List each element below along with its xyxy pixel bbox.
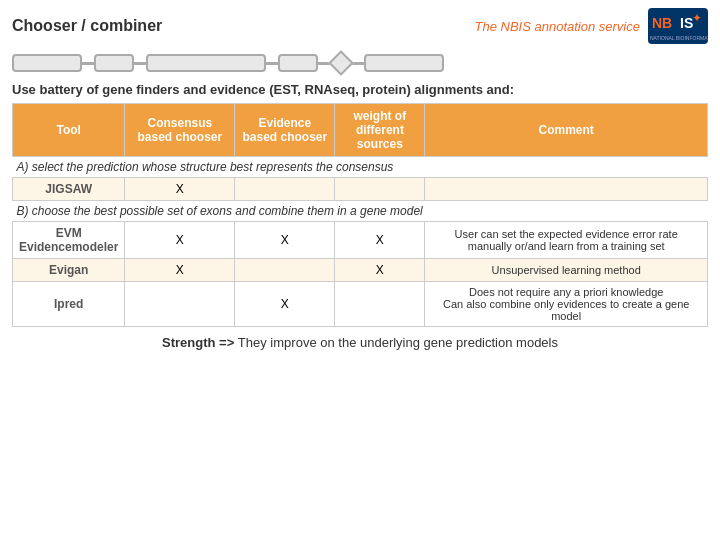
cell-evidence (235, 178, 335, 201)
table-row: JIGSAW X (13, 178, 708, 201)
section-b-row: B) choose the best possible set of exons… (13, 201, 708, 222)
pipeline-connector-3 (266, 62, 278, 65)
main-table: Tool Consensus based chooser Evidence ba… (12, 103, 708, 327)
pipeline-diamond-shape (328, 50, 353, 75)
pipeline-connector-2 (134, 62, 146, 65)
svg-text:✦: ✦ (692, 11, 702, 25)
page-title: Chooser / combiner (12, 17, 162, 34)
cell-comment: Does not require any a priori knowledge … (425, 282, 708, 327)
header-left: Chooser / combiner (12, 17, 162, 35)
cell-consensus: X (125, 259, 235, 282)
pipeline-connector-5 (352, 62, 364, 65)
pipeline-box-3 (146, 54, 266, 72)
nbis-logo: NB IS ✦ NATIONAL BIOINFORMATICS (648, 8, 708, 44)
cell-comment: User can set the expected evidence error… (425, 222, 708, 259)
footer-strong: Strength => (162, 335, 238, 350)
cell-tool: JIGSAW (13, 178, 125, 201)
cell-comment: Unsupervised learning method (425, 259, 708, 282)
svg-text:NB: NB (652, 15, 672, 31)
table-header-row: Tool Consensus based chooser Evidence ba… (13, 104, 708, 157)
cell-weight: X (335, 259, 425, 282)
cell-weight (335, 282, 425, 327)
table-row: Evigan X X Unsupervised learning method (13, 259, 708, 282)
cell-evidence: X (235, 282, 335, 327)
pipeline-box-5 (364, 54, 444, 72)
pipeline-diagram (12, 52, 708, 74)
pipeline-box-1 (12, 54, 82, 72)
table-row: EVMEvidencemodeler X X X User can set th… (13, 222, 708, 259)
cell-tool: EVMEvidencemodeler (13, 222, 125, 259)
section-a-label: A) select the prediction whose structure… (13, 157, 708, 178)
cell-weight: X (335, 222, 425, 259)
header-right: The NBIS annotation service NB IS ✦ NATI… (475, 8, 708, 44)
col-tool: Tool (13, 104, 125, 157)
pipeline-diamond (330, 52, 352, 74)
section-a-row: A) select the prediction whose structure… (13, 157, 708, 178)
cell-tool: Ipred (13, 282, 125, 327)
cell-consensus (125, 282, 235, 327)
svg-text:NATIONAL BIOINFORMATICS: NATIONAL BIOINFORMATICS (650, 35, 708, 41)
cell-evidence (235, 259, 335, 282)
section-b-label: B) choose the best possible set of exons… (13, 201, 708, 222)
footer: Strength => They improve on the underlyi… (12, 335, 708, 350)
footer-text: They improve on the underlying gene pred… (238, 335, 558, 350)
cell-consensus: X (125, 178, 235, 201)
cell-tool: Evigan (13, 259, 125, 282)
col-evidence: Evidence based chooser (235, 104, 335, 157)
pipeline-box-2 (94, 54, 134, 72)
cell-evidence: X (235, 222, 335, 259)
table-row: Ipred X Does not require any a priori kn… (13, 282, 708, 327)
cell-comment (425, 178, 708, 201)
cell-weight (335, 178, 425, 201)
pipeline-box-4 (278, 54, 318, 72)
cell-consensus: X (125, 222, 235, 259)
pipeline-connector-1 (82, 62, 94, 65)
subtitle: Use battery of gene finders and evidence… (12, 82, 708, 97)
col-consensus: Consensus based chooser (125, 104, 235, 157)
service-label: The NBIS annotation service (475, 19, 640, 34)
page: Chooser / combiner The NBIS annotation s… (0, 0, 720, 540)
col-comment: Comment (425, 104, 708, 157)
header: Chooser / combiner The NBIS annotation s… (12, 8, 708, 44)
col-weight: weight of different sources (335, 104, 425, 157)
